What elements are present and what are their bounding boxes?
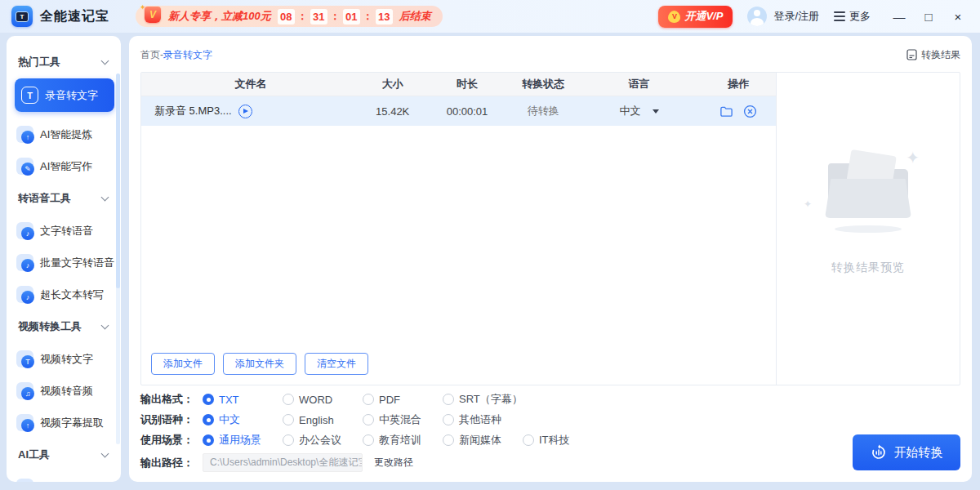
sidebar-section-hot-tools[interactable]: 热门工具 — [7, 47, 121, 77]
radio-icon — [443, 434, 454, 446]
sidebar-item-subtitle-extract[interactable]: ↑ 视频字幕提取 — [11, 408, 116, 437]
radio-lang-chinese[interactable]: 中文 — [203, 412, 261, 427]
settings-panel: 输出格式： TXT WORD PDF SRT（字幕） 识别语种： 中文 Engl… — [140, 390, 841, 475]
radio-scene-education[interactable]: 教育培训 — [363, 433, 421, 448]
sidebar-item-ai-extract[interactable]: ↑ AI智能提炼 — [11, 120, 116, 149]
empty-folder-illustration: ✦ ✦ — [815, 145, 921, 233]
sparkle-icon: ✦ — [906, 148, 920, 167]
radio-icon — [363, 414, 374, 425]
breadcrumb-current: 录音转文字 — [163, 49, 212, 60]
close-button[interactable]: × — [947, 6, 969, 27]
add-file-button[interactable]: 添加文件 — [151, 353, 215, 375]
radio-scene-it[interactable]: IT科技 — [523, 433, 581, 448]
sparkle-icon: ✦ — [804, 198, 812, 210]
sidebar-item-text-to-speech[interactable]: ♪ 文字转语音 — [11, 216, 116, 245]
app-title: 全能速记宝 — [40, 8, 109, 25]
conversion-result-link[interactable]: 转换结果 — [906, 48, 960, 62]
col-duration: 时长 — [425, 77, 509, 91]
video-to-audio-icon: ♫ — [16, 382, 33, 399]
radio-scene-meeting[interactable]: 办公会议 — [283, 433, 341, 448]
sidebar-item-long-text[interactable]: ♪ 超长文本转写 — [11, 280, 116, 309]
subtitle-extract-icon: ↑ — [16, 414, 33, 431]
countdown-seconds: 01 — [343, 9, 360, 24]
maximize-button[interactable]: □ — [918, 6, 939, 27]
countdown-minutes: 31 — [310, 9, 327, 24]
file-name: 新录音 5.MP3.... — [154, 104, 232, 118]
text-to-speech-icon: ♪ — [16, 222, 33, 239]
sidebar-section-ai-tools[interactable]: AI工具 — [7, 440, 121, 470]
sidebar-item-robot[interactable]: ☺ 全能机器人 — [11, 473, 116, 482]
audio-to-text-icon: T — [21, 87, 38, 104]
table-header: 文件名 大小 时长 转换状态 语言 操作 — [141, 73, 776, 96]
table-row[interactable]: 新录音 5.MP3.... 15.42K 00:00:01 待转换 中文 — [141, 96, 776, 126]
chevron-down-icon — [101, 57, 109, 65]
radio-lang-mixed[interactable]: 中英混合 — [363, 412, 421, 427]
radio-icon — [203, 434, 214, 446]
ai-writing-icon: ✎ — [16, 158, 33, 175]
result-preview-panel: ✦ ✦ 转换结果预览 — [777, 73, 960, 385]
chevron-down-icon — [101, 194, 109, 202]
add-folder-button[interactable]: 添加文件夹 — [223, 353, 296, 375]
radio-format-pdf[interactable]: PDF — [363, 394, 421, 406]
start-convert-button[interactable]: 开始转换 — [853, 434, 960, 470]
breadcrumb: 首页-录音转文字 — [140, 48, 212, 62]
promo-text: 新人专享，立减100元 — [168, 9, 271, 24]
sidebar-item-video-to-text[interactable]: T 视频转文字 — [11, 345, 116, 373]
col-filename: 文件名 — [141, 77, 360, 91]
sidebar-section-video-tools[interactable]: 视频转换工具 — [7, 312, 121, 341]
document-icon — [906, 49, 917, 60]
menu-icon — [834, 11, 845, 21]
titlebar: T 全能速记宝 ✦ V 新人专享，立减100元 08 ： 31 ： 01 ： 1… — [0, 0, 980, 33]
radio-icon — [443, 394, 454, 405]
sidebar-section-tts-tools[interactable]: 转语音工具 — [7, 184, 121, 213]
vip-ribbon-icon: ✦ V — [142, 3, 163, 26]
sidebar-item-video-to-audio[interactable]: ♫ 视频转音频 — [11, 376, 116, 405]
radio-icon — [363, 434, 374, 446]
login-register-link[interactable]: 登录/注册 — [773, 9, 819, 24]
file-area: 文件名 大小 时长 转换状态 语言 操作 新录音 5.MP3.... 15.42… — [140, 72, 960, 385]
radio-scene-media[interactable]: 新闻媒体 — [443, 433, 501, 448]
radio-scene-general[interactable]: 通用场景 — [203, 433, 261, 448]
promo-banner[interactable]: ✦ V 新人专享，立减100元 08 ： 31 ： 01 ： 13 后结束 — [136, 6, 443, 27]
promo-suffix: 后结束 — [399, 9, 431, 24]
video-to-text-icon: T — [16, 350, 33, 368]
radio-format-txt[interactable]: TXT — [203, 394, 261, 406]
output-path-input[interactable]: C:\Users\admin\Desktop\全能速记宝 — [203, 453, 363, 472]
remove-file-icon[interactable] — [743, 105, 757, 118]
radio-format-word[interactable]: WORD — [283, 394, 341, 406]
scenario-label: 使用场景： — [140, 433, 203, 448]
play-icon[interactable] — [238, 105, 252, 118]
preview-placeholder: 转换结果预览 — [831, 261, 905, 275]
robot-icon: ☺ — [16, 479, 33, 482]
change-path-link[interactable]: 更改路径 — [374, 456, 413, 470]
sidebar-item-batch-tts[interactable]: ♪ 批量文字转语音 — [11, 248, 116, 277]
sidebar-scrollbar[interactable] — [116, 74, 120, 444]
radio-icon — [363, 394, 374, 405]
countdown-frames: 13 — [376, 9, 393, 24]
minimize-button[interactable]: — — [889, 6, 910, 27]
dropdown-caret-icon — [653, 109, 659, 114]
chevron-down-icon — [101, 450, 109, 458]
output-format-label: 输出格式： — [140, 392, 203, 407]
language-dropdown[interactable]: 中文 — [577, 104, 702, 118]
app-logo-icon: T — [11, 6, 33, 27]
radio-lang-other[interactable]: 其他语种 — [443, 412, 501, 427]
radio-icon — [283, 434, 294, 446]
radio-icon — [203, 414, 214, 425]
radio-icon — [443, 414, 454, 425]
more-menu-button[interactable]: 更多 — [834, 9, 871, 24]
open-folder-icon[interactable] — [719, 105, 733, 118]
col-language: 语言 — [577, 77, 702, 91]
radio-format-srt[interactable]: SRT（字幕） — [443, 392, 523, 407]
radio-lang-english[interactable]: English — [283, 414, 341, 426]
sidebar-item-audio-to-text[interactable]: T 录音转文字 — [15, 78, 114, 112]
file-size: 15.42K — [360, 105, 425, 118]
user-avatar[interactable] — [747, 7, 767, 26]
batch-tts-icon: ♪ — [16, 254, 33, 271]
breadcrumb-home[interactable]: 首页 — [140, 49, 160, 60]
open-vip-button[interactable]: V 开通V/P — [658, 6, 733, 28]
radio-icon — [283, 394, 294, 405]
clear-files-button[interactable]: 清空文件 — [305, 353, 368, 375]
col-size: 大小 — [360, 77, 425, 91]
sidebar-item-ai-writing[interactable]: ✎ AI智能写作 — [11, 152, 116, 180]
